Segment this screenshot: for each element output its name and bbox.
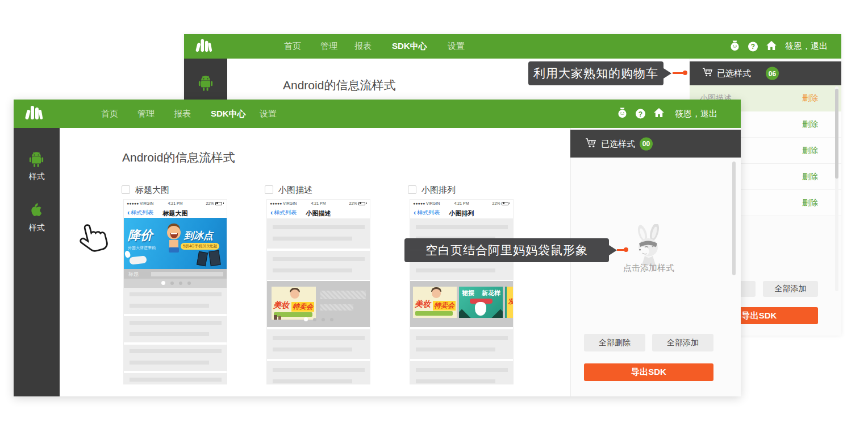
carousel-dot <box>313 318 316 321</box>
nav-item-sdk-center[interactable]: SDK中心 <box>392 34 427 59</box>
list-placeholder <box>267 329 370 359</box>
callout-connector-dot <box>624 247 628 252</box>
empty-cart-hint: 点击添加样式 <box>598 263 700 274</box>
cartoon-man <box>166 224 183 258</box>
desktop: 首页 管理 报表 SDK中心 设置 ? 筱恩，退出 <box>0 0 868 422</box>
callout-connector-line <box>617 249 624 251</box>
delete-button[interactable]: 删除 <box>802 119 818 130</box>
ad-slot-band: 美妆 特卖会 <box>267 281 370 327</box>
nav-item-report[interactable]: 报表 <box>354 34 372 59</box>
back-page-title: Android的信息流样式 <box>283 77 395 93</box>
front-cart-panel-header: 已选样式 00 <box>570 130 741 158</box>
app-logo-icon[interactable] <box>195 38 214 55</box>
callout-arrow <box>609 245 617 255</box>
style-checkbox[interactable] <box>408 185 416 194</box>
export-sdk-button[interactable]: 导出SDK <box>584 363 713 381</box>
overlay-title-text: 标题 <box>128 271 139 278</box>
style-checkbox-label: 标题大图 <box>135 185 169 196</box>
ad1-text-part2: 特卖会 <box>291 302 314 312</box>
user-logout-link[interactable]: 筱恩，退出 <box>675 100 717 128</box>
carousel-dot <box>187 282 191 285</box>
money-bag-icon[interactable] <box>617 107 627 121</box>
callout-connector-line <box>673 72 683 74</box>
cart-count-badge: 06 <box>766 67 779 80</box>
list-placeholder <box>267 361 370 384</box>
clock-text: 4:21 PM <box>410 201 513 205</box>
delete-button[interactable]: 删除 <box>802 198 818 208</box>
back-navbar: 首页 管理 报表 SDK中心 设置 ? 筱恩，退出 <box>184 34 841 59</box>
carousel-dot <box>179 282 182 285</box>
phone-status-bar: ●●●●● VIRGIN 4:21 PM 22% <box>124 200 227 207</box>
ad2-text-part2: 新花样 <box>482 289 500 297</box>
list-placeholder <box>124 288 227 314</box>
list-placeholder <box>124 373 227 384</box>
list-placeholder <box>124 345 227 371</box>
gadget-phone <box>197 251 208 266</box>
banner-ribbon: 5折4G手机319元起 <box>181 243 219 250</box>
ad-slot-band: 美妆 特卖会 裙摆 新花样 发 <box>410 281 513 327</box>
nav-item-sdk-center[interactable]: SDK中心 <box>211 100 246 128</box>
front-panel-scrollbar-thumb[interactable] <box>732 162 736 275</box>
list-placeholder <box>267 218 370 249</box>
delete-button[interactable]: 删除 <box>802 93 818 104</box>
delete-button[interactable]: 删除 <box>802 172 818 182</box>
home-icon[interactable] <box>766 41 777 52</box>
delete-all-button[interactable]: 全部删除 <box>584 334 645 351</box>
nav-item-settings[interactable]: 设置 <box>448 34 465 59</box>
sidebar-item-android-styles[interactable] <box>28 151 44 170</box>
phone-preview-small-image-desc: ●●●●● VIRGIN 4:21 PM 22% ‹ 样式列表 小图描述 <box>266 199 370 384</box>
list-placeholder <box>267 251 370 280</box>
banner-headline-right: 到冰点 <box>184 229 213 242</box>
clock-text: 4:21 PM <box>267 201 370 205</box>
cart-icon <box>702 68 713 79</box>
nav-item-report[interactable]: 报表 <box>174 100 191 128</box>
ad-thumbnail-dress: 裙摆 新花样 <box>459 287 503 318</box>
help-icon[interactable]: ? <box>748 42 758 51</box>
add-all-button[interactable]: 全部添加 <box>652 334 713 351</box>
gadget-earbud <box>124 250 131 258</box>
help-icon[interactable]: ? <box>636 109 645 119</box>
ad1-text-part1: 美妆 <box>273 300 289 311</box>
apple-icon[interactable] <box>30 202 44 220</box>
phone-nav-bar: ‹ 样式列表 小图描述 <box>267 207 370 218</box>
list-placeholder <box>124 316 227 342</box>
sidebar-label-android[interactable]: 样式 <box>14 172 60 182</box>
sidebar-label-ios[interactable]: 样式 <box>14 223 60 233</box>
style-checkbox[interactable] <box>122 185 130 194</box>
ad-placeholder-bar <box>320 291 366 299</box>
app-logo-icon[interactable] <box>25 105 44 123</box>
banner-subline: 外国大牌进来购 <box>128 245 156 251</box>
phone-nav-bar: ‹ 样式列表 小图排列 <box>410 207 513 218</box>
delete-button[interactable]: 删除 <box>802 146 818 156</box>
style-checkbox[interactable] <box>265 185 273 194</box>
ad2-text-part1: 裙摆 <box>462 289 474 297</box>
carousel-dots-strip <box>124 279 227 288</box>
carousel-dot <box>322 318 325 321</box>
home-icon[interactable] <box>654 108 664 119</box>
style-checkbox-label: 小图排列 <box>422 185 456 196</box>
user-logout-link[interactable]: 筱恩，退出 <box>785 34 828 59</box>
cart-panel-title: 已选样式 <box>601 138 635 149</box>
add-all-button[interactable]: 全部添加 <box>763 281 818 297</box>
money-bag-icon[interactable] <box>730 40 740 53</box>
nav-item-manage[interactable]: 管理 <box>320 34 337 59</box>
ad-thumbnail-partial: 发 <box>505 287 514 318</box>
cart-icon <box>585 138 597 150</box>
phone-preview-big-image: ●●●●● VIRGIN 4:21 PM 22% ‹ 样式列表 标题大图 降价 … <box>123 199 227 384</box>
nav-item-settings[interactable]: 设置 <box>260 100 277 128</box>
overlay-placeholder-bar <box>151 272 223 276</box>
nav-item-manage[interactable]: 管理 <box>137 100 155 128</box>
back-cart-panel-header: 已选样式 06 <box>690 61 841 85</box>
android-icon[interactable] <box>198 75 214 94</box>
back-panel-scrollbar-thumb[interactable] <box>835 89 838 179</box>
phone-status-bar: ●●●●● VIRGIN 4:21 PM 22% <box>267 200 370 207</box>
callout-arrow <box>663 68 671 78</box>
phone-nav-title: 小图排列 <box>410 209 513 218</box>
ad1-text-part2: 特卖会 <box>433 301 456 311</box>
ad-thumbnail-beauty-sale: 美妆 特卖会 <box>413 287 457 318</box>
banner-title-overlay: 标题 <box>124 269 227 279</box>
nav-item-home[interactable]: 首页 <box>284 34 301 59</box>
phone-nav-title: 小图描述 <box>267 209 370 218</box>
nav-item-home[interactable]: 首页 <box>101 100 118 128</box>
carousel-dot-active <box>304 317 308 321</box>
